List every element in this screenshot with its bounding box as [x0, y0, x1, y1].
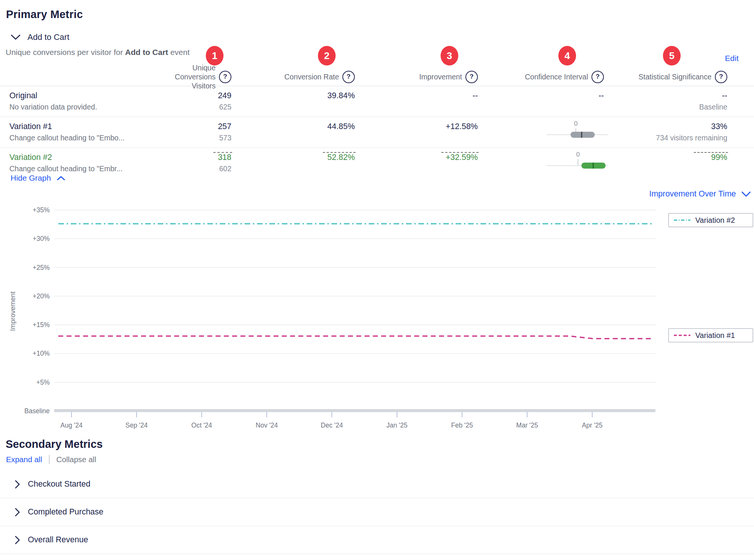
svg-text:+35%: +35%: [33, 206, 50, 214]
annotation-badge-4: 4: [558, 46, 576, 65]
svg-text:Apr '25: Apr '25: [582, 422, 603, 429]
secondary-metrics-list: Checkout Started Completed Purchase Over…: [0, 470, 754, 554]
table-row-variation-2: Variation #2 Change callout heading to "…: [0, 148, 754, 178]
svg-text:0: 0: [576, 151, 579, 158]
help-icon[interactable]: ?: [219, 71, 231, 83]
legend-variation-2: Variation #2: [668, 213, 753, 227]
chevron-right-icon: [15, 508, 20, 517]
description-metric: Add to Cart: [125, 48, 168, 56]
svg-text:Nov '24: Nov '24: [256, 422, 278, 429]
secondary-metrics-title: Secondary Metrics: [6, 438, 103, 450]
svg-text:0: 0: [574, 120, 578, 127]
svg-text:Mar '25: Mar '25: [516, 422, 538, 429]
secondary-metric-label: Checkout Started: [28, 479, 90, 489]
column-statistical-significance: Statistical Significance ?: [615, 71, 745, 83]
secondary-metric-label: Completed Purchase: [28, 507, 103, 517]
results-table-body: Original No variation data provided. 249…: [0, 86, 754, 178]
significance-value: 33%: [615, 121, 727, 132]
variation-subtitle: No variation data provided.: [9, 101, 156, 113]
column-improvement: Improvement ?: [355, 71, 478, 83]
confidence-interval-chart: 0: [546, 150, 608, 172]
svg-text:+25%: +25%: [33, 264, 50, 271]
edit-link[interactable]: Edit: [725, 54, 739, 63]
conversion-rate-value: 39.84%: [231, 90, 355, 101]
conversion-rate-value: 52.82%: [327, 152, 355, 163]
secondary-metric-completed-purchase[interactable]: Completed Purchase: [0, 498, 754, 526]
improvement-value: --: [355, 90, 478, 101]
table-row-original: Original No variation data provided. 249…: [0, 86, 754, 117]
confidence-interval-chart: 0: [546, 119, 608, 141]
help-icon[interactable]: ?: [465, 71, 478, 83]
table-row-variation-1: Variation #1 Change callout heading to "…: [0, 117, 754, 148]
svg-text:Jan '25: Jan '25: [386, 422, 407, 429]
hide-graph-button[interactable]: Hide Graph: [11, 173, 65, 183]
metric-name: Add to Cart: [27, 32, 69, 42]
chevron-right-icon: [15, 480, 20, 489]
chart-type-selector[interactable]: Improvement Over Time: [649, 189, 751, 199]
svg-text:Dec '24: Dec '24: [321, 422, 343, 429]
chevron-right-icon: [15, 536, 20, 545]
unique-conversions-value: 318: [218, 152, 231, 163]
improvement-value: +32.59%: [446, 152, 478, 163]
variation-name: Variation #1: [9, 121, 156, 132]
unique-conversions-value: 257: [156, 121, 231, 132]
svg-text:Improvement: Improvement: [9, 291, 17, 331]
confidence-interval-value: --: [478, 90, 615, 101]
secondary-metrics-controls: Expand all Collapse all: [6, 455, 96, 464]
expand-all-link[interactable]: Expand all: [6, 455, 42, 464]
visitors-value: 625: [156, 101, 231, 113]
results-page: Primary Metric Add to Cart Unique conver…: [0, 0, 754, 560]
page-title: Primary Metric: [6, 8, 83, 21]
column-label-improvement: Improvement: [419, 73, 462, 81]
column-label-confidence-interval: Confidence Interval: [525, 73, 588, 81]
visitors-value: 573: [156, 132, 231, 143]
legend-variation-1: Variation #1: [668, 328, 753, 342]
svg-text:Feb '25: Feb '25: [451, 422, 473, 429]
svg-text:Baseline: Baseline: [24, 407, 50, 415]
help-icon[interactable]: ?: [342, 71, 355, 83]
svg-text:Sep '24: Sep '24: [126, 422, 148, 429]
svg-text:+15%: +15%: [33, 321, 50, 329]
significance-value: 99%: [711, 152, 727, 163]
chevron-down-icon: [11, 34, 21, 40]
chevron-down-icon: [741, 191, 751, 197]
secondary-metric-checkout-started[interactable]: Checkout Started: [0, 470, 754, 498]
annotation-badge-2: 2: [318, 46, 336, 65]
help-icon[interactable]: ?: [591, 71, 604, 83]
primary-metric-toggle[interactable]: Add to Cart: [11, 32, 69, 42]
secondary-metric-overall-revenue[interactable]: Overall Revenue: [0, 526, 754, 554]
collapse-all-link[interactable]: Collapse all: [56, 455, 96, 464]
legend-label: Variation #2: [695, 216, 735, 225]
conversion-rate-value: 44.85%: [231, 121, 355, 132]
variation-subtitle: Change callout heading to "Embr...: [9, 163, 156, 174]
variation-name: Original: [9, 90, 156, 101]
significance-value: --: [615, 90, 727, 101]
annotation-badge-1: 1: [206, 46, 223, 65]
divider: [49, 455, 50, 464]
svg-text:Oct '24: Oct '24: [192, 422, 212, 429]
svg-text:+30%: +30%: [33, 235, 50, 242]
chart-type-label: Improvement Over Time: [649, 189, 736, 199]
column-confidence-interval: Confidence Interval ?: [478, 71, 615, 83]
column-label-statistical-significance: Statistical Significance: [638, 73, 711, 81]
annotation-badge-3: 3: [441, 46, 458, 65]
improvement-over-time-chart: +35%+30%+25%+20%+15%+10%+5%BaselineAug '…: [0, 203, 754, 440]
visitors-value: 602: [156, 163, 231, 174]
legend-line-sample: [673, 218, 691, 222]
metric-description: Unique conversions per visitor for Add t…: [6, 48, 190, 57]
svg-text:+5%: +5%: [36, 379, 50, 386]
significance-note: 734 visitors remaining: [615, 132, 727, 143]
variation-name: Variation #2: [9, 152, 156, 163]
chevron-up-icon: [57, 176, 65, 181]
description-suffix: event: [168, 48, 190, 56]
annotation-badge-5: 5: [663, 46, 681, 65]
help-icon[interactable]: ?: [715, 71, 727, 83]
secondary-metric-label: Overall Revenue: [28, 535, 88, 545]
hide-graph-label: Hide Graph: [11, 173, 51, 183]
legend-line-sample: [673, 333, 691, 337]
results-table-header: Unique Conversions Visitors ? Conversion…: [0, 66, 754, 86]
svg-text:+20%: +20%: [33, 292, 50, 300]
column-label-conversion-rate: Conversion Rate: [284, 73, 339, 81]
significance-note: Baseline: [615, 101, 727, 113]
svg-text:+10%: +10%: [33, 350, 50, 357]
